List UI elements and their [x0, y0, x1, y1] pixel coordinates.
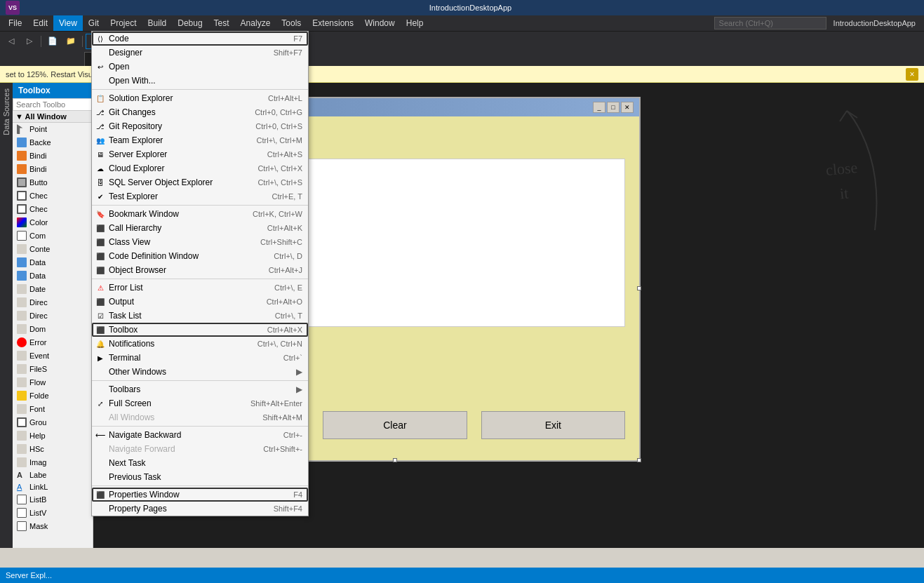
groupbox-icon	[17, 417, 27, 427]
menu-item-next-task[interactable]: Next Task	[92, 456, 308, 470]
code-menu-icon: ⟨⟩	[95, 33, 106, 44]
menu-item-open-label: Open	[109, 62, 302, 72]
toolbox-item-colordialog[interactable]: Color	[13, 216, 93, 229]
menu-analyze[interactable]: Analyze	[235, 15, 276, 31]
menu-item-properties-window[interactable]: ⬛ Properties Window F4	[92, 488, 308, 502]
menu-item-property-pages-label: Property Pages	[109, 504, 267, 514]
toolbox-item-filesystemwatcher[interactable]: FileS	[13, 363, 93, 376]
toolbox-item-bindingnavigator[interactable]: Bindi	[13, 149, 93, 163]
menu-debug[interactable]: Debug	[172, 15, 208, 31]
toolbox-item-checkbox[interactable]: Chec	[13, 189, 93, 203]
menu-item-bookmark-window[interactable]: 🔖 Bookmark Window Ctrl+K, Ctrl+W	[92, 207, 308, 221]
toolbox-item-flowlayoutpanel[interactable]: Flow	[13, 376, 93, 389]
toolbox-item-datetimepicker[interactable]: Date	[13, 283, 93, 296]
menu-item-open[interactable]: ↩ Open	[92, 60, 308, 74]
toolbox-item-maskedtextbox[interactable]: Mask	[13, 520, 93, 533]
toolbox-item-directorysearch2[interactable]: Direc	[13, 309, 93, 323]
menu-item-designer[interactable]: Designer Shift+F7	[92, 46, 308, 60]
toolbox-item-listview[interactable]: ListV	[13, 507, 93, 520]
menu-item-solution-explorer[interactable]: 📋 Solution Explorer Ctrl+Alt+L	[92, 91, 308, 105]
menu-item-error-list[interactable]: ⚠ Error List Ctrl+\, E	[92, 281, 308, 295]
toolbox-item-eventlog[interactable]: Event	[13, 349, 93, 363]
toolbox-item-label[interactable]: ALabe	[13, 469, 93, 481]
forward-button[interactable]: ▷	[21, 34, 38, 49]
open-button[interactable]: 📁	[62, 34, 79, 49]
menu-item-git-changes[interactable]: ⎇ Git Changes Ctrl+0, Ctrl+G	[92, 105, 308, 119]
menu-item-call-hierarchy[interactable]: ⬛ Call Hierarchy Ctrl+Alt+K	[92, 221, 308, 235]
clear-button[interactable]: Clear	[323, 411, 467, 439]
back-button[interactable]: ◁	[3, 34, 20, 49]
menu-item-toolbox[interactable]: ⬛ Toolbox Ctrl+Alt+X	[92, 323, 308, 337]
menu-item-notifications[interactable]: 🔔 Notifications Ctrl+\, Ctrl+N	[92, 337, 308, 351]
menu-edit[interactable]: Edit	[27, 15, 53, 31]
toolbox-item-helpbox[interactable]: Help	[13, 429, 93, 443]
toolbox-item-pointer[interactable]: Point	[13, 123, 93, 136]
toolbox-item-fontdialog[interactable]: Font	[13, 403, 93, 416]
menu-window[interactable]: Window	[359, 15, 401, 31]
new-button[interactable]: 📄	[44, 34, 61, 49]
search-input[interactable]	[714, 17, 826, 29]
menu-item-sql-server[interactable]: 🗄 SQL Server Object Explorer Ctrl+\, Ctr…	[92, 175, 308, 189]
toolbox-item-domainupdown[interactable]: Dom	[13, 323, 93, 336]
menu-item-server-explorer-label: Server Explorer	[109, 149, 260, 159]
menu-item-team-explorer[interactable]: 👥 Team Explorer Ctrl+\, Ctrl+M	[92, 133, 308, 147]
menu-item-terminal[interactable]: ▶ Terminal Ctrl+`	[92, 351, 308, 365]
form-maximize-button[interactable]: □	[607, 102, 620, 113]
errorprovider-icon	[17, 337, 27, 347]
toolbox-item-errorprovider[interactable]: Error	[13, 336, 93, 349]
menu-item-code-definition[interactable]: ⬛ Code Definition Window Ctrl+\, D	[92, 249, 308, 263]
toolbox-item-hscrollbar[interactable]: HSc	[13, 443, 93, 456]
menu-item-output[interactable]: ⬛ Output Ctrl+Alt+O	[92, 295, 308, 309]
menu-item-code[interactable]: ⟨⟩ Code F7	[92, 32, 308, 46]
menu-item-cloud-explorer[interactable]: ☁ Cloud Explorer Ctrl+\, Ctrl+X	[92, 161, 308, 175]
toolbox-item-imagelist[interactable]: Imag	[13, 456, 93, 469]
toolbox-item-bindingsource[interactable]: Bindi	[13, 163, 93, 176]
toolbox-item-combobox[interactable]: Com	[13, 229, 93, 243]
menu-item-toolbars[interactable]: Toolbars ▶	[92, 382, 308, 396]
toolbox-item-groupbox[interactable]: Grou	[13, 416, 93, 429]
menu-item-class-view[interactable]: ⬛ Class View Ctrl+Shift+C	[92, 235, 308, 249]
toolbox-search-input[interactable]	[13, 98, 93, 111]
toolbox-item-checkedlistbox[interactable]: Chec	[13, 203, 93, 216]
toolbox-item-contextmenustrip[interactable]: Conte	[13, 243, 93, 256]
toolbox-item-button[interactable]: Butto	[13, 176, 93, 189]
menu-item-navigate-backward[interactable]: ⟵ Navigate Backward Ctrl+-	[92, 428, 308, 442]
menu-project[interactable]: Project	[105, 15, 142, 31]
menu-extensions[interactable]: Extensions	[307, 15, 359, 31]
menu-item-task-list[interactable]: ☑ Task List Ctrl+\, T	[92, 309, 308, 323]
toolbox-item-folderbrowserdialog[interactable]: Folde	[13, 389, 93, 403]
toolbox-item-dataset[interactable]: Data	[13, 269, 93, 283]
menu-item-server-explorer[interactable]: 🖥 Server Explorer Ctrl+Alt+S	[92, 147, 308, 161]
menu-item-full-screen[interactable]: ⤢ Full Screen Shift+Alt+Enter	[92, 396, 308, 410]
menu-item-object-browser[interactable]: ⬛ Object Browser Ctrl+Alt+J	[92, 263, 308, 277]
call-hierarchy-icon: ⬛	[95, 222, 106, 234]
toolbox-item-listbox[interactable]: ListB	[13, 493, 93, 507]
toolbox-item-datagridview[interactable]: Data	[13, 256, 93, 269]
menu-build[interactable]: Build	[142, 15, 173, 31]
toolbox-item-backgroundworker[interactable]: Backe	[13, 136, 93, 149]
menu-item-terminal-shortcut: Ctrl+`	[283, 354, 302, 362]
menu-tools[interactable]: Tools	[276, 15, 307, 31]
menu-item-git-repository[interactable]: ⎇ Git Repository Ctrl+0, Ctrl+S	[92, 119, 308, 133]
menu-item-task-list-shortcut: Ctrl+\, T	[275, 311, 302, 320]
toolbox-item-linklabel[interactable]: ALinkL	[13, 481, 93, 493]
menu-item-test-explorer[interactable]: ✔ Test Explorer Ctrl+E, T	[92, 189, 308, 203]
toolbox-group-allwindows[interactable]: ▼ All Window	[13, 111, 93, 123]
toolbox-item-directorysearch[interactable]: Direc	[13, 296, 93, 309]
menu-file[interactable]: File	[3, 15, 27, 31]
exit-button[interactable]: Exit	[481, 411, 625, 439]
menu-git[interactable]: Git	[83, 15, 105, 31]
view-dropdown-menu: ⟨⟩ Code F7 Designer Shift+F7 ↩ Open Open…	[91, 31, 309, 516]
form-minimize-button[interactable]: _	[593, 102, 605, 113]
menu-view[interactable]: View	[53, 15, 83, 31]
vertical-tab-datasources[interactable]: Data Sources	[1, 83, 12, 141]
form-close-button[interactable]: ✕	[621, 102, 634, 113]
listbox-icon	[17, 495, 27, 504]
menu-test[interactable]: Test	[208, 15, 235, 31]
menu-item-previous-task[interactable]: Previous Task	[92, 470, 308, 484]
notification-close-button[interactable]: ×	[906, 68, 918, 81]
menu-item-property-pages[interactable]: Property Pages Shift+F4	[92, 502, 308, 516]
menu-item-openwith[interactable]: Open With...	[92, 74, 308, 88]
menu-help[interactable]: Help	[401, 15, 429, 31]
menu-item-other-windows[interactable]: Other Windows ▶	[92, 365, 308, 379]
